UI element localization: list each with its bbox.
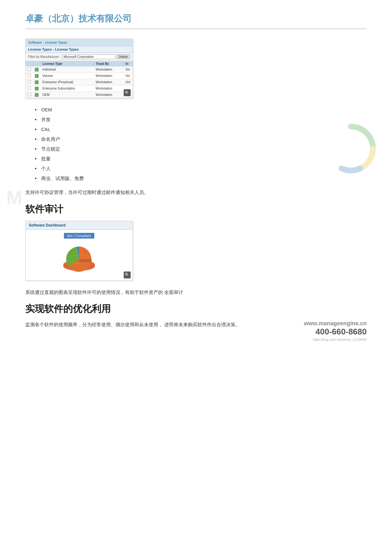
row-icon (35, 74, 39, 78)
row-license-name: Enterprise (Perpetual) (40, 79, 94, 85)
list-item: 节点锁定 (35, 144, 367, 154)
table-row: Enterprise (Perpetual) Workstation Unl (26, 79, 133, 85)
license-type-list: OEM 并发 CAL 命名用户 节点锁定 批量 个人 商业、试用版、免费 (35, 105, 367, 183)
row-checkbox[interactable] (28, 86, 31, 90)
footer-website: www.manageengine.cn (304, 320, 367, 327)
optimize-heading: 实现软件的优化利用 (25, 302, 367, 315)
screenshot-subtitle: License Types - License Types (26, 46, 133, 53)
col-checkbox (26, 61, 33, 66)
screenshot-title: Software - License Types (26, 39, 133, 46)
row-icon (35, 68, 39, 72)
row-checkbox[interactable] (28, 93, 31, 96)
col-info: In (124, 61, 133, 66)
row-track: Workstation (94, 92, 123, 98)
support-text: 支持许可协议管理，当许可过期时通过邮件通知相关人员。 (25, 188, 367, 196)
row-checkbox[interactable] (28, 74, 31, 77)
dashboard-screenshot: Software Dashboard Am I Compliant (25, 221, 133, 281)
list-item: 命名用户 (35, 134, 367, 144)
search-icon[interactable]: 🔍 (124, 89, 131, 96)
row-track: Workstation (94, 85, 123, 92)
row-track: Workstation (94, 73, 123, 79)
list-item: CAL (35, 124, 367, 134)
license-types-screenshot: Software - License Types License Types -… (25, 39, 133, 98)
manageengine-watermark (326, 123, 376, 175)
list-item: 批量 (35, 154, 367, 164)
delete-button[interactable]: Delete (116, 54, 130, 59)
row-track: Workstation (94, 79, 123, 85)
footer: www.manageengine.cn 400-660-8680 https:/… (304, 320, 367, 341)
row-icon (35, 93, 39, 97)
license-table: License Type Track By In Individual Work… (26, 61, 133, 98)
dashboard-title: Software Dashboard (26, 221, 133, 230)
m-watermark: M (6, 187, 22, 209)
row-icon (35, 87, 39, 90)
row-license-name: OEM (40, 92, 94, 98)
list-item: OEM (35, 105, 367, 115)
row-info: Vol (124, 73, 133, 79)
row-license-name: Volume (40, 73, 94, 79)
footer-phone: 400-660-8680 (304, 327, 367, 337)
dashboard-search-icon[interactable]: 🔍 (124, 271, 131, 278)
row-info: Unl (124, 79, 133, 85)
footer-url: https://blog.csdn.net/weixin_12134690 (304, 338, 367, 341)
col-icon (33, 61, 40, 66)
list-item: 并发 (35, 115, 367, 124)
row-icon (35, 80, 39, 84)
row-license-name: Individual (40, 66, 94, 73)
row-license-name: Enterprise Subscription (40, 85, 94, 92)
row-track: Workstation (94, 66, 123, 73)
table-row: OEM Workstation (26, 92, 133, 98)
dashboard-body: Am I Compliant (26, 230, 133, 280)
filter-row: Filter by Manufacturer : Microsoft Corpo… (26, 53, 133, 61)
header-divider (25, 28, 367, 29)
row-checkbox[interactable] (28, 67, 31, 71)
table-row: Enterprise Subscription Workstation (26, 85, 133, 92)
list-item: 商业、试用版、免费 (35, 173, 367, 183)
col-license-type: License Type (40, 61, 94, 66)
pie-chart (54, 242, 104, 277)
compliant-badge: Am I Compliant (64, 233, 94, 239)
filter-select: Microsoft Corporation (62, 54, 115, 59)
row-checkbox[interactable] (28, 80, 31, 84)
table-row: Individual Workstation Sin (26, 66, 133, 73)
audit-desc: 系统通过直观的图表呈现软件许可的使用情况，有助于软件资产的 全面审计 (25, 288, 367, 296)
audit-heading: 软件审计 (25, 203, 367, 216)
row-info: Sin (124, 66, 133, 73)
filter-label: Filter by Manufacturer : (28, 55, 61, 59)
table-row: Volume Workstation Vol (26, 73, 133, 79)
col-track-by: Track By (94, 61, 123, 66)
list-item: 个人 (35, 164, 367, 173)
company-title: 卓豪（北京）技术有限公司 (25, 13, 367, 25)
